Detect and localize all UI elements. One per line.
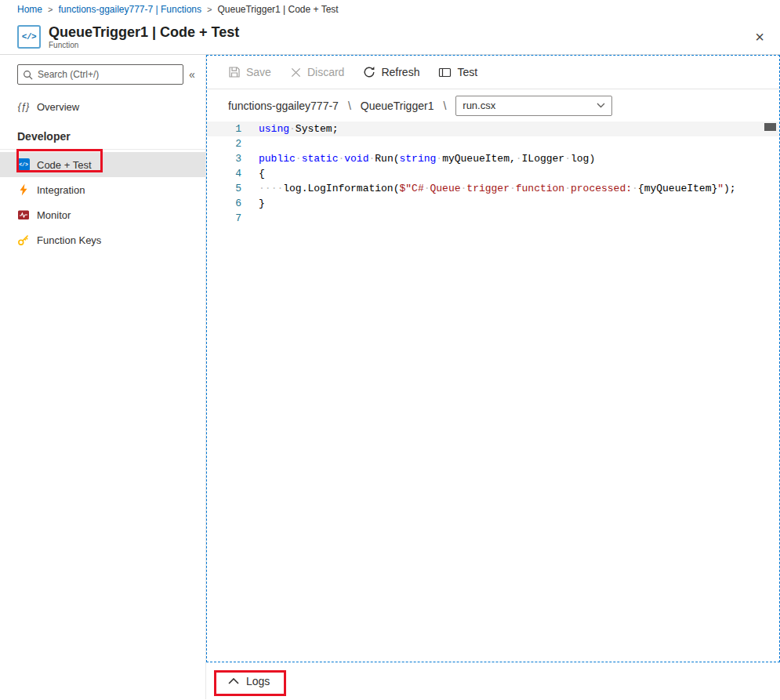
editor-overview-marker bbox=[764, 123, 776, 131]
search-input[interactable] bbox=[38, 69, 178, 80]
key-icon bbox=[17, 234, 30, 246]
line-number: 5 bbox=[207, 181, 241, 196]
code-lines: 1using·System;23public·static·void·Run(s… bbox=[207, 122, 779, 226]
code-text: } bbox=[241, 196, 265, 211]
content: « {ƒ} Overview Developer </> Code + Test bbox=[0, 55, 780, 699]
breadcrumb-separator: > bbox=[48, 5, 53, 14]
title-block: QueueTrigger1 | Code + Test Function bbox=[49, 24, 239, 49]
sidebar-item-overview[interactable]: {ƒ} Overview bbox=[0, 94, 205, 119]
sidebar-item-function-keys[interactable]: Function Keys bbox=[0, 227, 205, 252]
function-icon: </> bbox=[17, 25, 41, 49]
breadcrumb-functions[interactable]: functions-ggailey777-7 | Functions bbox=[58, 4, 201, 15]
sidebar-item-label: Overview bbox=[37, 101, 79, 113]
save-icon bbox=[228, 66, 241, 78]
file-select-dropdown[interactable]: run.csx bbox=[455, 96, 612, 116]
sidebar-menu: {ƒ} Overview Developer </> Code + Test bbox=[0, 94, 205, 252]
file-select-value: run.csx bbox=[463, 100, 495, 111]
sidebar-item-code-test[interactable]: </> Code + Test bbox=[0, 152, 205, 177]
chevron-down-icon bbox=[597, 103, 605, 108]
sidebar-item-label: Integration bbox=[37, 184, 85, 196]
test-label: Test bbox=[457, 66, 477, 78]
path-separator: \ bbox=[348, 100, 351, 112]
lightning-icon bbox=[17, 183, 30, 196]
code-text: public·static·void·Run(string·myQueueIte… bbox=[241, 151, 595, 166]
line-number: 6 bbox=[207, 196, 241, 211]
code-text: { bbox=[241, 166, 265, 181]
logs-expand-button[interactable]: Logs bbox=[228, 675, 270, 687]
sidebar-item-monitor[interactable]: Monitor bbox=[0, 202, 205, 227]
breadcrumb-separator: > bbox=[207, 5, 212, 14]
discard-label: Discard bbox=[307, 66, 344, 78]
code-text bbox=[241, 136, 259, 151]
test-button[interactable]: Test bbox=[438, 66, 477, 78]
sidebar-item-label: Function Keys bbox=[37, 234, 101, 246]
sidebar-section-developer: Developer bbox=[0, 119, 205, 150]
line-number: 4 bbox=[207, 166, 241, 181]
code-text bbox=[241, 211, 259, 226]
azure-portal-page: Home > functions-ggailey777-7 | Function… bbox=[0, 0, 780, 700]
page-subtitle: Function bbox=[49, 41, 239, 49]
path-separator: \ bbox=[443, 100, 446, 112]
breadcrumb: Home > functions-ggailey777-7 | Function… bbox=[0, 0, 780, 19]
search-icon bbox=[23, 70, 33, 80]
logs-label: Logs bbox=[246, 675, 270, 687]
breadcrumb-current: QueueTrigger1 | Code + Test bbox=[217, 4, 338, 15]
discard-icon bbox=[290, 67, 302, 78]
refresh-icon bbox=[363, 66, 375, 78]
discard-button[interactable]: Discard bbox=[290, 66, 344, 78]
main-panel: Save Discard Refresh bbox=[206, 55, 780, 662]
overview-icon: {ƒ} bbox=[17, 100, 30, 113]
refresh-button[interactable]: Refresh bbox=[363, 66, 419, 78]
save-label: Save bbox=[246, 66, 271, 78]
line-number: 7 bbox=[207, 211, 241, 226]
page-title: QueueTrigger1 | Code + Test bbox=[49, 24, 239, 40]
code-line[interactable]: 5····log.LogInformation($"C#·Queue·trigg… bbox=[207, 181, 779, 196]
file-path-bar: functions-ggailey777-7 \ QueueTrigger1 \… bbox=[207, 89, 779, 122]
code-line[interactable]: 2 bbox=[207, 136, 779, 151]
filebar-app: functions-ggailey777-7 bbox=[228, 100, 339, 112]
save-button[interactable]: Save bbox=[228, 66, 271, 78]
sidebar: « {ƒ} Overview Developer </> Code + Test bbox=[0, 55, 206, 699]
code-line[interactable]: 6} bbox=[207, 196, 779, 211]
sidebar-item-label: Code + Test bbox=[37, 159, 92, 171]
sidebar-collapse-button[interactable]: « bbox=[183, 68, 201, 81]
logs-row: Logs bbox=[206, 662, 780, 699]
close-button[interactable]: × bbox=[750, 29, 769, 45]
test-icon bbox=[438, 67, 452, 78]
sidebar-item-integration[interactable]: Integration bbox=[0, 177, 205, 202]
code-text: ····log.LogInformation($"C#·Queue·trigge… bbox=[241, 181, 736, 196]
main-column: Save Discard Refresh bbox=[206, 55, 780, 699]
monitor-icon bbox=[17, 209, 30, 221]
code-line[interactable]: 3public·static·void·Run(string·myQueueIt… bbox=[207, 151, 779, 166]
filebar-function: QueueTrigger1 bbox=[361, 100, 434, 112]
page-header: </> QueueTrigger1 | Code + Test Function… bbox=[0, 19, 780, 55]
code-line[interactable]: 4{ bbox=[207, 166, 779, 181]
refresh-label: Refresh bbox=[381, 66, 419, 78]
search-input-box[interactable] bbox=[17, 64, 183, 85]
editor-toolbar: Save Discard Refresh bbox=[207, 56, 779, 89]
line-number: 1 bbox=[207, 122, 241, 136]
line-number: 2 bbox=[207, 136, 241, 151]
line-number: 3 bbox=[207, 151, 241, 166]
code-line[interactable]: 7 bbox=[207, 211, 779, 226]
code-line[interactable]: 1using·System; bbox=[207, 122, 779, 136]
code-test-icon: </> bbox=[17, 158, 30, 171]
code-text: using·System; bbox=[241, 122, 338, 136]
code-editor[interactable]: 1using·System;23public·static·void·Run(s… bbox=[207, 122, 779, 662]
breadcrumb-home[interactable]: Home bbox=[17, 4, 42, 15]
chevron-up-icon bbox=[228, 678, 239, 684]
search-row: « bbox=[0, 64, 205, 85]
sidebar-item-label: Monitor bbox=[37, 209, 71, 221]
